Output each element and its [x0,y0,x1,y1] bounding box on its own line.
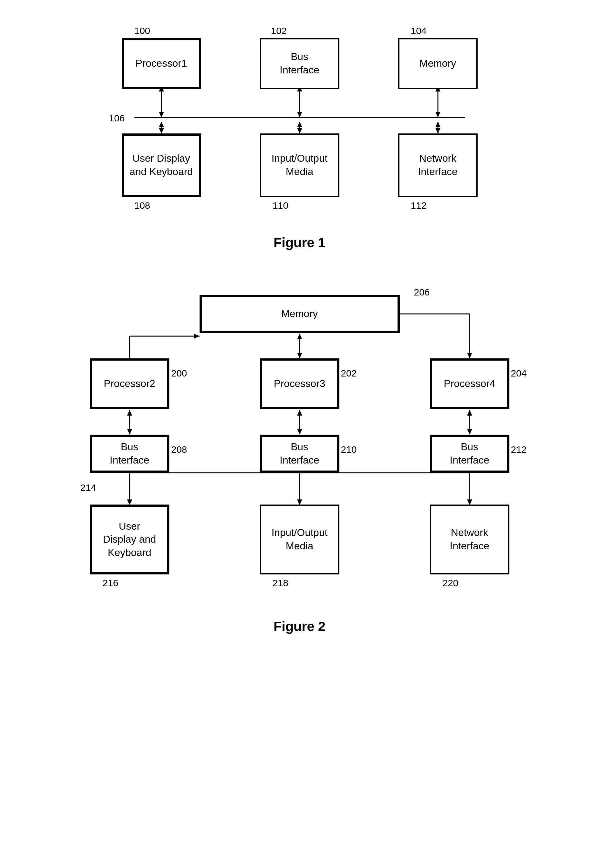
svg-marker-26 [297,353,302,358]
fig1-title: Figure 1 [274,235,325,250]
svg-marker-15 [297,122,302,127]
page-container: Processor1 100 Bus Interface 102 Memory … [0,0,599,653]
fig1-memory-box: Memory [398,38,478,89]
fig2-bus-label: 214 [80,482,96,493]
fig2-proc2-box: Processor2 [90,358,169,409]
fig2-busif-m-box: Bus Interface [260,435,339,473]
fig2-busif-m-num: 210 [341,444,357,455]
fig2-proc2-num: 200 [171,368,187,379]
svg-marker-17 [435,128,441,134]
fig1-netif-box: Network Interface [398,134,478,197]
fig1-processor1-box: Processor1 [122,38,201,89]
fig2-diagram: Memory 206 Processor2 200 Processor3 202… [77,276,522,609]
svg-marker-30 [127,410,132,415]
fig2-userdisplay-box: User Display and Keyboard [90,504,169,575]
fig2-busif-l-num: 208 [171,444,187,455]
fig1-iomedia-box: Input/Output Media [260,134,339,197]
fig2-netif-box: Network Interface [430,504,509,575]
fig2-proc3-num: 202 [341,368,357,379]
fig2-proc4-box: Processor4 [430,358,509,409]
fig2-title: Figure 2 [274,619,325,634]
fig2-memory-box: Memory [200,295,400,333]
fig2-busif-l-box: Bus Interface [90,435,169,473]
fig2-proc3-box: Processor3 [260,358,339,409]
fig1-mem-num: 104 [411,26,427,36]
svg-marker-35 [467,429,472,435]
svg-marker-2 [159,112,164,117]
svg-marker-21 [194,334,200,339]
fig1-diagram: Processor1 100 Bus Interface 102 Memory … [93,19,506,226]
figure1-section: Processor1 100 Bus Interface 102 Memory … [93,19,506,250]
svg-marker-5 [297,112,302,117]
svg-marker-29 [127,429,132,435]
figure2-section: Memory 206 Processor2 200 Processor3 202… [77,276,522,634]
fig1-io-num: 110 [272,200,289,211]
fig2-user-num: 216 [102,578,119,588]
svg-marker-24 [467,353,472,358]
fig2-mem-num: 206 [414,287,430,298]
fig2-busif-r-num: 212 [511,444,527,455]
fig1-bus-num: 102 [271,26,287,36]
svg-marker-27 [297,334,302,339]
svg-marker-11 [159,128,164,134]
fig1-proc1-num: 100 [134,26,150,36]
svg-marker-18 [435,122,441,127]
fig1-net-num: 112 [411,200,427,211]
fig2-io-num: 218 [272,578,289,588]
fig1-businterface-box: Bus Interface [260,38,339,89]
fig2-net-num: 220 [442,578,459,588]
svg-marker-14 [297,128,302,134]
fig1-bus-label: 106 [109,113,125,123]
svg-marker-12 [159,122,164,127]
fig2-proc4-num: 204 [511,368,527,379]
svg-marker-8 [435,112,441,117]
svg-marker-32 [297,429,302,435]
fig2-iomedia-box: Input/Output Media [260,504,339,575]
fig1-userdisplay-box: User Display and Keyboard [122,134,201,197]
fig2-busif-r-box: Bus Interface [430,435,509,473]
fig1-user-num: 108 [134,200,150,211]
svg-marker-36 [467,410,472,415]
svg-marker-33 [297,410,302,415]
